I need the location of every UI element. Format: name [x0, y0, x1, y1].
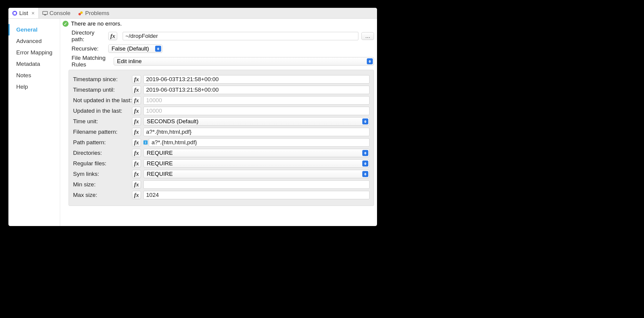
- filename-pattern-label: Filename pattern:: [73, 129, 132, 135]
- console-icon: [42, 11, 48, 16]
- fx-icon[interactable]: fx: [132, 128, 141, 136]
- filename-pattern-input[interactable]: a?*.{htm,html,pdf}: [143, 128, 370, 136]
- row-sym-links: Sym links: fx REQUIRE: [73, 170, 370, 178]
- updated-label: Updated in the last:: [73, 108, 132, 114]
- status-bar: ✓ There are no errors.: [60, 19, 377, 28]
- fx-icon[interactable]: fx: [132, 170, 141, 178]
- main-pane: ✓ There are no errors. Directory path: f…: [60, 19, 377, 226]
- tab-problems[interactable]: Problems: [74, 8, 113, 18]
- row-updated: Updated in the last: fx 10000: [73, 107, 370, 115]
- tab-list[interactable]: List ✕: [8, 8, 39, 18]
- time-unit-select[interactable]: SECONDS (Default): [143, 117, 370, 126]
- regular-files-value: REQUIRE: [147, 160, 173, 167]
- max-size-input[interactable]: 1024: [143, 191, 370, 199]
- not-updated-input[interactable]: 10000: [143, 96, 370, 105]
- time-unit-label: Time unit:: [73, 118, 132, 125]
- sidebar-item-general[interactable]: General: [8, 24, 60, 35]
- regular-files-label: Regular files:: [73, 160, 132, 167]
- tab-label: List: [19, 10, 28, 17]
- file-matching-panel: Timestamp since: fx 2019-06-03T13:21:58+…: [69, 70, 374, 206]
- tab-strip: List ✕ Console Problems: [8, 8, 377, 19]
- recursive-value: False (Default): [112, 45, 149, 52]
- row-filename-pattern: Filename pattern: fx a?*.{htm,html,pdf}: [73, 128, 370, 136]
- directory-path-label: Directory path:: [63, 29, 108, 43]
- fx-icon[interactable]: fx: [132, 86, 141, 94]
- fx-icon[interactable]: fx: [108, 32, 117, 40]
- timestamp-until-label: Timestamp until:: [73, 87, 132, 93]
- row-recursive: Recursive: False (Default): [63, 44, 374, 53]
- row-timestamp-until: Timestamp until: fx 2019-06-03T13:21:58+…: [73, 86, 370, 94]
- chevron-updown-icon: [362, 118, 368, 124]
- fx-icon[interactable]: fx: [132, 180, 141, 189]
- svg-rect-1: [14, 12, 16, 14]
- fx-icon[interactable]: fx: [132, 159, 141, 168]
- row-regular-files: Regular files: fx REQUIRE: [73, 159, 370, 168]
- fx-icon[interactable]: fx: [132, 96, 141, 105]
- fx-icon[interactable]: fx: [132, 149, 141, 157]
- fx-icon[interactable]: fx: [132, 107, 141, 115]
- path-pattern-input[interactable]: a?*.{htm,html,pdf}: [149, 138, 370, 147]
- row-file-matching: File Matching Rules Edit inline: [63, 55, 374, 68]
- directories-select[interactable]: REQUIRE: [143, 149, 370, 157]
- svg-rect-2: [43, 11, 48, 14]
- sidebar-item-advanced[interactable]: Advanced: [8, 35, 60, 47]
- status-text: There are no errors.: [71, 20, 122, 27]
- row-path-pattern: Path pattern: fx i a?*.{htm,html,pdf}: [73, 138, 370, 147]
- sym-links-value: REQUIRE: [147, 171, 173, 177]
- fx-icon[interactable]: fx: [132, 75, 141, 84]
- sidebar-item-notes[interactable]: Notes: [8, 70, 60, 81]
- sym-links-select[interactable]: REQUIRE: [143, 170, 370, 178]
- updated-input[interactable]: 10000: [143, 107, 370, 115]
- min-size-label: Min size:: [73, 181, 132, 188]
- sym-links-label: Sym links:: [73, 171, 132, 177]
- sidebar-item-metadata[interactable]: Metadata: [8, 58, 60, 70]
- browse-button[interactable]: ...: [361, 32, 374, 40]
- time-unit-value: SECONDS (Default): [147, 118, 198, 125]
- app-window: List ✕ Console Problems General Advanced…: [8, 8, 377, 226]
- fx-icon[interactable]: fx: [132, 138, 141, 147]
- sidebar: General Advanced Error Mapping Metadata …: [8, 19, 60, 226]
- timestamp-since-input[interactable]: 2019-06-03T13:21:58+00:00: [143, 75, 370, 84]
- file-matching-label: File Matching Rules: [63, 55, 114, 68]
- row-not-updated: Not updated in the last: fx 10000: [73, 96, 370, 105]
- problems-icon: [78, 11, 83, 16]
- path-pattern-label: Path pattern:: [73, 139, 132, 146]
- min-size-input[interactable]: [143, 180, 370, 189]
- file-matching-select[interactable]: Edit inline: [114, 57, 374, 66]
- chevron-updown-icon: [362, 171, 368, 177]
- max-size-label: Max size:: [73, 192, 132, 198]
- not-updated-label: Not updated in the last:: [73, 97, 132, 104]
- close-icon[interactable]: ✕: [30, 11, 35, 16]
- body: General Advanced Error Mapping Metadata …: [8, 19, 377, 226]
- file-matching-value: Edit inline: [117, 58, 142, 65]
- fx-icon[interactable]: fx: [132, 191, 141, 199]
- chevron-updown-icon: [362, 150, 368, 156]
- timestamp-since-label: Timestamp since:: [73, 76, 132, 83]
- tab-console[interactable]: Console: [39, 8, 75, 18]
- chevron-updown-icon: [362, 161, 368, 167]
- tab-label: Console: [50, 10, 71, 17]
- directories-label: Directories:: [73, 150, 132, 156]
- info-icon[interactable]: i: [143, 140, 148, 145]
- fx-icon[interactable]: fx: [132, 117, 141, 126]
- sidebar-item-error-mapping[interactable]: Error Mapping: [8, 47, 60, 58]
- row-directory-path: Directory path: fx ~/dropFolder ...: [63, 29, 374, 43]
- recursive-label: Recursive:: [63, 45, 108, 52]
- timestamp-until-input[interactable]: 2019-06-03T13:21:58+00:00: [143, 86, 370, 94]
- recursive-select[interactable]: False (Default): [108, 44, 162, 53]
- directories-value: REQUIRE: [147, 150, 173, 156]
- row-min-size: Min size: fx: [73, 180, 370, 189]
- sidebar-item-help[interactable]: Help: [8, 81, 60, 93]
- svg-point-5: [80, 11, 83, 14]
- svg-rect-3: [44, 15, 46, 15]
- regular-files-select[interactable]: REQUIRE: [143, 159, 370, 168]
- list-tab-icon: [12, 11, 17, 16]
- row-directories: Directories: fx REQUIRE: [73, 149, 370, 157]
- directory-path-input[interactable]: ~/dropFolder: [123, 32, 358, 40]
- chevron-updown-icon: [367, 58, 373, 64]
- row-timestamp-since: Timestamp since: fx 2019-06-03T13:21:58+…: [73, 75, 370, 84]
- chevron-updown-icon: [155, 46, 161, 52]
- row-max-size: Max size: fx 1024: [73, 191, 370, 199]
- status-ok-icon: ✓: [63, 21, 69, 27]
- row-time-unit: Time unit: fx SECONDS (Default): [73, 117, 370, 126]
